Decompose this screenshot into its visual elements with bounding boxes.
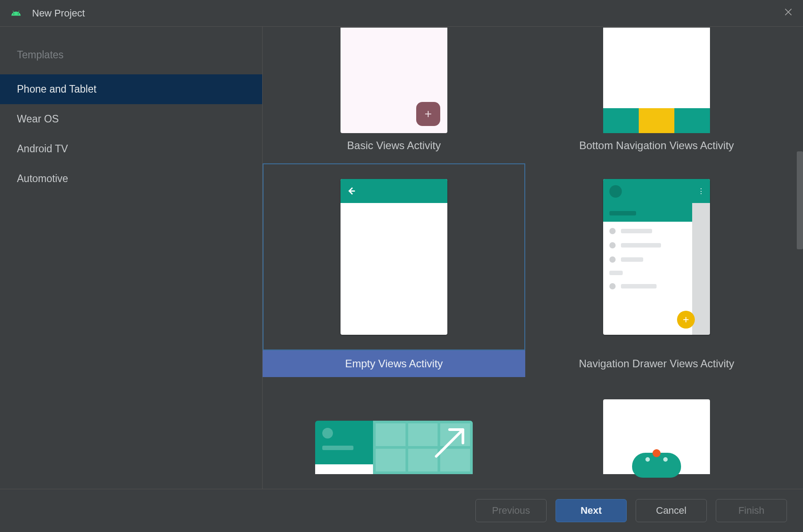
template-label: Bottom Navigation Views Activity: [525, 132, 788, 159]
dialog-title: New Project: [32, 8, 85, 19]
template-thumbnail: +: [341, 28, 447, 133]
template-navigation-drawer-views-activity[interactable]: ⋮ + Navigation Drawer Views Activity: [525, 163, 788, 382]
template-label: Basic Views Activity: [263, 132, 525, 159]
new-project-dialog: New Project Templates Phone and Tablet W…: [0, 0, 803, 532]
sidebar-item-phone-and-tablet[interactable]: Phone and Tablet: [0, 74, 262, 104]
titlebar: New Project: [0, 0, 803, 27]
sidebar-item-android-tv[interactable]: Android TV: [0, 134, 262, 164]
sidebar-item-automotive[interactable]: Automotive: [0, 164, 262, 194]
template-thumbnail: [603, 399, 710, 474]
vertical-scrollbar[interactable]: [797, 151, 803, 249]
fab-plus-icon: +: [677, 311, 695, 329]
sidebar-heading: Templates: [0, 40, 262, 74]
back-arrow-icon: [347, 186, 357, 196]
android-icon: [11, 8, 21, 19]
close-icon[interactable]: [784, 8, 792, 18]
template-row-partial-left[interactable]: [263, 382, 525, 479]
game-controller-icon: [632, 453, 681, 478]
cancel-button[interactable]: Cancel: [636, 499, 707, 522]
template-empty-views-activity[interactable]: Empty Views Activity: [263, 163, 525, 382]
template-bottom-navigation-views-activity[interactable]: Bottom Navigation Views Activity: [525, 27, 788, 163]
template-label: Empty Views Activity: [263, 350, 525, 377]
template-thumbnail: [603, 28, 710, 133]
template-label: Navigation Drawer Views Activity: [525, 350, 788, 377]
sidebar-item-wear-os[interactable]: Wear OS: [0, 104, 262, 134]
template-thumbnail: [315, 421, 473, 474]
previous-button[interactable]: Previous: [475, 499, 547, 522]
dialog-footer: Previous Next Cancel Finish: [0, 489, 803, 532]
finish-button[interactable]: Finish: [716, 499, 787, 522]
template-thumbnail: [341, 179, 447, 335]
next-button[interactable]: Next: [556, 499, 627, 522]
template-gallery: + Basic Views Activity: [263, 27, 803, 489]
template-category-sidebar: Templates Phone and Tablet Wear OS Andro…: [0, 27, 263, 489]
fab-plus-icon: +: [416, 102, 440, 126]
template-thumbnail: ⋮ +: [603, 179, 710, 335]
overflow-menu-icon: ⋮: [692, 179, 710, 203]
template-row-partial-right[interactable]: [525, 382, 788, 479]
template-basic-views-activity[interactable]: + Basic Views Activity: [263, 27, 525, 163]
